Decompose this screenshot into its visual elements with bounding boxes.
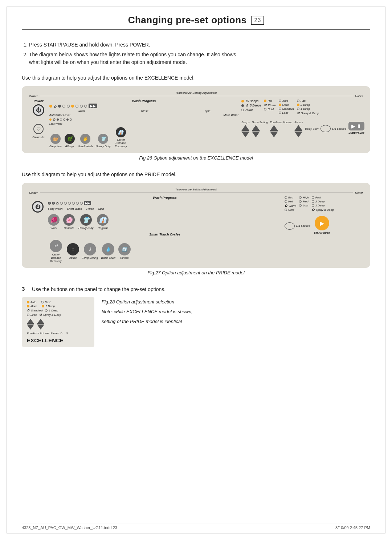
pride-dot-sun: ✿ bbox=[56, 201, 59, 205]
pride-rinse: Rinse bbox=[86, 207, 94, 210]
pride-delicate-icon: 🌸 bbox=[63, 214, 75, 226]
exc-water-dot-3 bbox=[60, 118, 62, 121]
exc-power-label: Power bbox=[33, 99, 43, 103]
step3-note-2: setting of the PRIDE model is identical bbox=[102, 318, 193, 326]
pride-dot-8 bbox=[80, 202, 83, 205]
pride-left-controls: Power ⏻ bbox=[28, 196, 48, 263]
pride-dot-3 bbox=[60, 202, 63, 205]
exc-standard-dot bbox=[279, 108, 281, 110]
pride-eco-row: Eco bbox=[285, 196, 296, 199]
exc-hotter: Hotter bbox=[355, 94, 363, 98]
exc-power-button[interactable]: ⏻ bbox=[33, 104, 44, 116]
pride-start-pause-btn[interactable]: ▶ bbox=[315, 216, 329, 230]
exc-handwash-icon: 🖐 bbox=[80, 134, 90, 144]
exc-easy-iron-icon: 🧺 bbox=[50, 134, 61, 144]
pride-regular-icon: 👔 bbox=[97, 214, 109, 226]
exc-heavyduty-label: Heavy Duty bbox=[95, 145, 110, 148]
pride-regular-label: Regular bbox=[98, 226, 108, 230]
exc-wash-sublabel: Wash bbox=[77, 109, 85, 113]
pride-1deep-dot bbox=[312, 204, 314, 207]
mini-2deep-dot bbox=[42, 305, 44, 307]
exc-heavyduty-btn[interactable]: 👕 Heavy Duty bbox=[95, 134, 110, 148]
exc-fast-col: Fast 2 Deep 1 Deep ✿ bbox=[297, 99, 319, 115]
pride-temp-label: Temperature Setting Adjustment bbox=[28, 188, 364, 191]
instructions-section: Press START/PAUSE and hold down. Press P… bbox=[22, 41, 370, 66]
mini-up-2[interactable] bbox=[37, 319, 44, 324]
exc-2deep-row: 2 Deep bbox=[297, 103, 319, 106]
pride-regular-btn[interactable]: 👔 Regular bbox=[97, 214, 109, 230]
exc-spray-row: ✿ Spray & Deep bbox=[297, 111, 319, 115]
exc-progress-row: ✿ ▶▶ bbox=[49, 104, 238, 108]
pride-rinses-btn[interactable]: 🔄 Rinses bbox=[118, 243, 131, 259]
exc-handwash-btn[interactable]: 🖐 Hand Wash bbox=[78, 134, 93, 148]
pride-high-dot bbox=[299, 196, 302, 199]
exc-start-pause-label: Start/Pause bbox=[348, 131, 364, 134]
exc-water-sun: ✿ bbox=[53, 117, 56, 121]
exc-eco-down[interactable] bbox=[270, 132, 278, 137]
exc-beep-down[interactable] bbox=[241, 132, 249, 137]
footer-right: 8/10/09 2:45:27 PM bbox=[335, 525, 370, 530]
pride-longwash: Long Wash bbox=[48, 207, 62, 210]
mini-standard-row: ✿ Standard 1 Deep bbox=[27, 309, 89, 312]
pride-auto-out-btn[interactable]: ↺ Out of Balance Recovery bbox=[48, 240, 64, 263]
mini-fast-dot bbox=[41, 301, 44, 303]
pride-power-btn[interactable]: ⏻ bbox=[32, 201, 44, 213]
exc-1deep-row: 1 Deep bbox=[297, 107, 319, 110]
exc-temp-up[interactable] bbox=[252, 125, 260, 131]
mini-down-2[interactable] bbox=[37, 325, 44, 330]
exc-rinses-down[interactable] bbox=[294, 132, 302, 137]
pride-hot-dot bbox=[285, 200, 287, 203]
exc-start-pause-btn[interactable]: ▶⏸ bbox=[348, 122, 364, 130]
pride-cold-dot bbox=[285, 209, 287, 211]
exc-temp-setting-label: Temp Setting bbox=[252, 121, 268, 124]
pride-wool-label: Wool bbox=[50, 226, 57, 230]
exc-right-area: 15 Beeps ✿ 5 Beeps None bbox=[241, 99, 364, 148]
pride-dot-6 bbox=[72, 202, 75, 205]
pride-colder: Colder bbox=[29, 191, 38, 194]
exc-favourite-label: Favourite bbox=[32, 136, 44, 139]
pride-water-level-btn[interactable]: 💧 Water Level bbox=[101, 243, 115, 259]
pride-auto-icon: ↺ bbox=[50, 240, 62, 252]
pride-intro: Use this diagram to help you adjust the … bbox=[22, 171, 370, 178]
exc-rinses-arrows bbox=[294, 125, 303, 137]
mini-less-dot bbox=[27, 314, 29, 316]
exc-rinses-up[interactable] bbox=[294, 125, 302, 131]
pride-temp-setting-btn[interactable]: 🌡 Temp Setting bbox=[82, 243, 98, 259]
exc-fast-forward[interactable]: ▶▶ bbox=[89, 104, 97, 108]
exc-beep-5: ✿ 5 Beeps bbox=[241, 104, 261, 107]
exc-automatic-btn[interactable]: 👔 Out of Balance Recovery bbox=[114, 127, 128, 148]
pride-water-label: Water Level bbox=[101, 256, 115, 259]
pride-fast-forward[interactable]: ▶▶ bbox=[84, 201, 91, 205]
pride-heavyduty-btn[interactable]: 👕 Heavy Duty bbox=[78, 214, 93, 230]
pride-cold-row: Cold bbox=[285, 208, 296, 211]
mini-more-dot bbox=[27, 305, 29, 307]
exc-automatic-icon: 👔 bbox=[116, 127, 126, 137]
exc-beep-arrows bbox=[241, 125, 250, 137]
exc-favourite-button[interactable]: ♡ bbox=[33, 124, 44, 134]
mini-up-1[interactable] bbox=[27, 319, 34, 324]
step3-text-area: Fig.28 Option adjustment selection Note:… bbox=[102, 298, 193, 325]
pride-option-btn[interactable]: ○ Option bbox=[67, 243, 79, 259]
exc-allergy-btn[interactable]: 🌿 Allergy bbox=[65, 134, 75, 148]
pride-right-area: Eco Hot ✿ Warm bbox=[285, 196, 364, 263]
mini-down-1[interactable] bbox=[27, 325, 34, 330]
exc-ecorinse-label-col: Eco Rinse Volume bbox=[270, 118, 292, 137]
exc-rinses-label-col: Rinses bbox=[294, 118, 303, 137]
exc-beep-up[interactable] bbox=[241, 125, 249, 131]
exc-eco-up[interactable] bbox=[270, 125, 278, 131]
mini-arr-col2 bbox=[37, 319, 44, 330]
exc-cold-dot bbox=[264, 108, 266, 110]
pride-delicate-btn[interactable]: 🌸 Delicate bbox=[63, 214, 75, 230]
pride-dot-5 bbox=[68, 202, 71, 205]
mini-auto-row: Auto Fast bbox=[27, 301, 89, 304]
page-content: Changing pre-set options 23 Press START/… bbox=[0, 0, 392, 362]
exc-sublabels: Wash Rinse Spin bbox=[49, 109, 238, 113]
exc-autowater-row: Autowater Level More Water bbox=[49, 113, 238, 117]
step3-content: Auto Fast More 2 Deep ✿ Standard bbox=[22, 297, 370, 347]
pride-rinses-icon: 🔄 bbox=[118, 243, 131, 255]
pride-low-dot bbox=[299, 204, 302, 207]
exc-beep-5-dot bbox=[241, 104, 244, 107]
pride-wool-btn[interactable]: 🧶 Wool bbox=[48, 214, 60, 230]
exc-temp-down[interactable] bbox=[252, 132, 260, 137]
exc-easy-iron-btn[interactable]: 🧺 Easy Iron bbox=[49, 134, 62, 148]
